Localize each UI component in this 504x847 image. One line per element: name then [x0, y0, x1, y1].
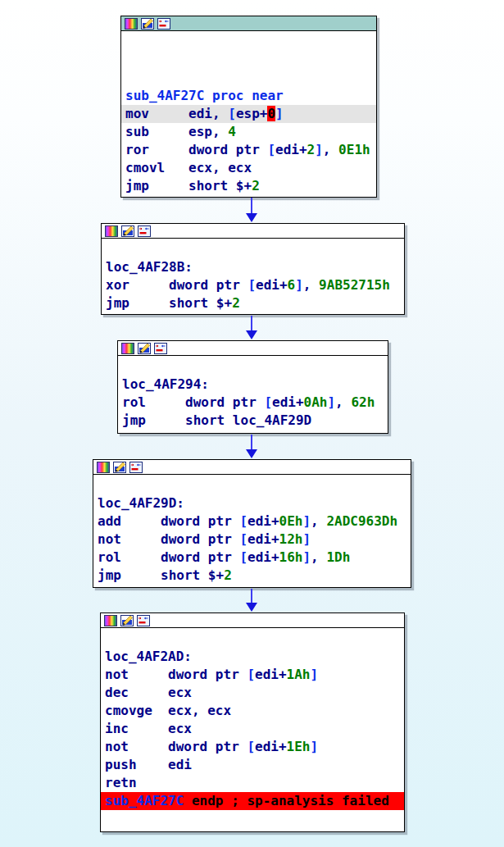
asm-token: 12h	[279, 531, 303, 547]
graph-node-loc_4AF294[interactable]: loc_4AF294:rol dword ptr [edi+0Ah], 62hj…	[117, 340, 388, 434]
asm-token: loc_4AF29D:	[98, 495, 184, 511]
graph-node-loc_4AF29D[interactable]: loc_4AF29D:add dword ptr [edi+0Eh], 2ADC…	[93, 459, 411, 588]
pencil-edit-icon[interactable]	[113, 462, 126, 473]
asm-token: add dword ptr	[98, 513, 239, 529]
asm-token: rol dword ptr	[122, 394, 264, 410]
asm-token: ]	[302, 531, 311, 547]
asm-token: sub_4AF27C proc near	[125, 88, 284, 103]
node-title-bar[interactable]	[101, 613, 404, 628]
asm-token: 0Ah	[304, 394, 328, 410]
color-palette-icon[interactable]	[97, 462, 110, 473]
asm-token: ,	[323, 142, 338, 157]
asm-line[interactable]: rol dword ptr [edi+0Ah], 62h	[118, 394, 388, 412]
asm-token: edi+	[247, 549, 279, 565]
asm-line[interactable]: inc ecx	[101, 720, 404, 738]
asm-line[interactable]: retn	[101, 774, 404, 792]
asm-line[interactable]: cmovl ecx, ecx	[121, 159, 376, 177]
node-title-bar[interactable]	[118, 341, 388, 356]
endp-highlight-line[interactable]: sub_4AF27C endp ; sp-analysis failed	[101, 792, 404, 810]
asm-token: 16h	[279, 549, 303, 565]
asm-line[interactable]: not dword ptr [edi+12h]	[93, 531, 411, 549]
asm-token: endp ; sp-analysis failed	[184, 793, 388, 808]
pencil-edit-icon[interactable]	[141, 18, 154, 30]
asm-line[interactable]: jmp short $+2	[121, 177, 376, 195]
asm-token: [	[247, 739, 255, 754]
node-title-bar[interactable]	[121, 16, 376, 31]
pencil-edit-icon[interactable]	[138, 343, 151, 354]
asm-line[interactable]	[121, 51, 376, 69]
disassembly-listing: loc_4AF28B:xor dword ptr [edi+6], 9AB527…	[102, 239, 404, 312]
pencil-edit-icon[interactable]	[121, 225, 134, 237]
asm-line[interactable]	[93, 476, 411, 494]
asm-line[interactable]: not dword ptr [edi+1Eh]	[101, 738, 404, 756]
asm-token: 0E1h	[338, 142, 370, 157]
graph-view-canvas[interactable]: sub_4AF27C proc nearmov edi, [esp+0]sub …	[0, 0, 504, 847]
edge-line	[251, 435, 252, 449]
asm-line[interactable]: jmp short $+2	[102, 294, 404, 312]
disassembly-listing: sub_4AF27C proc nearmov edi, [esp+0]sub …	[121, 31, 376, 195]
asm-token: not dword ptr	[105, 739, 247, 754]
asm-token: 1Dh	[326, 549, 350, 565]
pencil-edit-icon[interactable]	[120, 615, 134, 626]
group-collapse-icon[interactable]	[137, 615, 150, 626]
asm-line[interactable]: sub esp, 4	[121, 123, 376, 141]
asm-line[interactable]: ror dword ptr [edi+2], 0E1h	[121, 141, 376, 159]
asm-line[interactable]: not dword ptr [edi+1Ah]	[101, 666, 404, 684]
asm-token: jmp short $+	[98, 567, 224, 583]
group-collapse-icon[interactable]	[138, 225, 151, 237]
graph-node-sub_4AF27C[interactable]: sub_4AF27C proc nearmov edi, [esp+0]sub …	[120, 16, 377, 198]
asm-line[interactable]: loc_4AF2AD:	[101, 648, 404, 666]
asm-token: [	[239, 531, 247, 547]
asm-token: [	[239, 549, 247, 565]
graph-node-loc_4AF28B[interactable]: loc_4AF28B:xor dword ptr [edi+6], 9AB527…	[101, 223, 405, 315]
asm-line[interactable]: cmovge ecx, ecx	[101, 702, 404, 720]
asm-token: ]	[310, 739, 318, 754]
asm-line[interactable]: loc_4AF29D:	[93, 494, 411, 512]
asm-token: edi+	[247, 531, 279, 547]
color-palette-icon[interactable]	[121, 343, 134, 354]
disassembly-listing: loc_4AF2AD:not dword ptr [edi+1Ah]dec ec…	[101, 628, 404, 828]
edge-line	[251, 316, 252, 330]
asm-token: 0Eh	[279, 513, 303, 529]
asm-line[interactable]	[102, 240, 404, 258]
asm-line[interactable]: dec ecx	[101, 684, 404, 702]
asm-line[interactable]: loc_4AF28B:	[102, 258, 404, 276]
asm-token: ]	[302, 513, 311, 529]
asm-line[interactable]	[118, 357, 388, 376]
edge-line	[251, 198, 252, 213]
asm-token: 6	[288, 277, 296, 293]
asm-line[interactable]: rol dword ptr [edi+16h], 1Dh	[93, 549, 411, 567]
asm-token: [	[264, 394, 272, 410]
asm-line[interactable]: jmp short $+2	[93, 567, 411, 585]
asm-token: not dword ptr	[105, 667, 247, 682]
asm-line[interactable]: loc_4AF294:	[118, 376, 388, 394]
group-collapse-icon[interactable]	[157, 18, 170, 30]
asm-line[interactable]	[121, 33, 376, 51]
edge-line	[251, 589, 252, 603]
color-palette-icon[interactable]	[105, 225, 118, 237]
color-palette-icon[interactable]	[125, 18, 138, 30]
asm-line[interactable]	[101, 810, 404, 828]
asm-line[interactable]: sub_4AF27C proc near	[121, 87, 376, 105]
asm-token: 9AB52715h	[319, 277, 390, 293]
asm-line[interactable]: xor dword ptr [edi+6], 9AB52715h	[102, 276, 404, 294]
asm-line[interactable]	[121, 69, 376, 87]
node-title-bar[interactable]	[93, 460, 411, 475]
asm-token: 2	[232, 295, 240, 311]
asm-line[interactable]: add dword ptr [edi+0Eh], 2ADC963Dh	[93, 512, 411, 531]
node-title-bar[interactable]	[102, 224, 404, 239]
asm-token: loc_4AF2AD:	[105, 649, 192, 664]
asm-line[interactable]: jmp short loc_4AF29D	[118, 412, 388, 430]
asm-line[interactable]: push edi	[101, 756, 404, 774]
asm-token: edi+	[272, 394, 304, 410]
group-collapse-icon[interactable]	[154, 343, 167, 354]
graph-node-loc_4AF2AD[interactable]: loc_4AF2AD:not dword ptr [edi+1Ah]dec ec…	[100, 612, 405, 832]
asm-token: ]	[302, 549, 311, 565]
asm-line[interactable]: mov edi, [esp+0]	[121, 105, 376, 123]
asm-token: ,	[335, 394, 351, 410]
asm-token: jmp short loc_4AF29D	[122, 412, 311, 428]
edge-arrow	[245, 198, 258, 222]
color-palette-icon[interactable]	[104, 615, 117, 626]
group-collapse-icon[interactable]	[129, 462, 143, 473]
asm-line[interactable]	[101, 630, 404, 648]
